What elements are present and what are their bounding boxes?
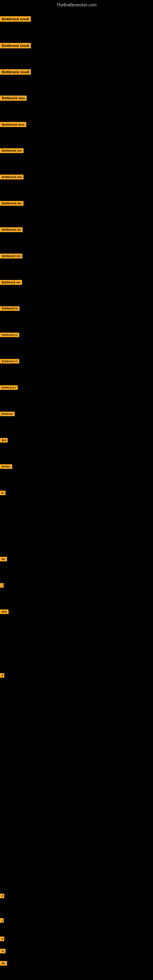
bottleneck-badge-14: Bottleneck re <box>0 359 19 365</box>
badge-label-13: Bottleneck re <box>0 332 19 337</box>
bottleneck-badge-31: E <box>0 894 4 899</box>
bottleneck-badge-12: Bottleneck re <box>0 306 19 312</box>
badge-label-15: Bottleneck r <box>0 385 18 390</box>
badge-label-23: Bott <box>0 609 9 614</box>
badge-label-11: Bottleneck res <box>0 280 22 285</box>
bottleneck-badge-4: Bottleneck resu <box>0 95 27 102</box>
bottleneck-badge-17: Bot <box>0 438 8 444</box>
badge-label-34: B <box>0 949 5 953</box>
bottleneck-badge-2: Bottleneck result <box>0 43 31 49</box>
bottleneck-badge-35: Bo <box>0 961 7 967</box>
badge-label-33: E <box>0 937 4 941</box>
bottleneck-badge-16: Bottlenec <box>0 412 15 417</box>
bottleneck-badge-8: Bottleneck res <box>0 201 24 207</box>
bottleneck-badge-13: Bottleneck re <box>0 332 19 339</box>
bottleneck-badge-33: E <box>0 937 4 942</box>
bottleneck-badge-34: B <box>0 949 5 955</box>
badge-label-17: Bot <box>0 438 8 442</box>
bottleneck-badge-25: E <box>0 673 4 679</box>
badge-label-14: Bottleneck re <box>0 359 19 364</box>
badge-label-5: Bottleneck resu <box>0 122 26 127</box>
bottleneck-badge-15: Bottleneck r <box>0 385 18 391</box>
badge-label-2: Bottleneck result <box>0 43 31 48</box>
bottleneck-badge-18: Bottlen <box>0 464 12 470</box>
bottleneck-badge-5: Bottleneck resu <box>0 122 26 128</box>
bottleneck-badge-22: | <box>0 583 4 589</box>
bottleneck-badge-23: Bott <box>0 609 9 615</box>
badge-label-4: Bottleneck resu <box>0 95 27 101</box>
bottleneck-badge-19: B <box>0 491 5 496</box>
badge-label-9: Bottleneck res <box>0 227 22 232</box>
bottleneck-badge-3: Bottleneck result <box>0 69 31 76</box>
badge-label-12: Bottleneck re <box>0 306 19 311</box>
badge-label-6: Bottleneck res <box>0 148 24 153</box>
site-title: TheBottlenecker.com <box>0 0 153 9</box>
bottleneck-badge-32: | <box>0 918 4 924</box>
badge-label-19: B <box>0 491 5 495</box>
badge-label-25: E <box>0 673 4 678</box>
badge-label-32: | <box>0 918 4 923</box>
bottleneck-badge-21: Bo <box>0 557 7 563</box>
bottleneck-badge-11: Bottleneck res <box>0 280 22 286</box>
bottleneck-badge-7: Bottleneck res <box>0 175 24 181</box>
badge-label-1: Bottleneck result <box>0 16 31 22</box>
badge-label-35: Bo <box>0 961 7 966</box>
badge-label-21: Bo <box>0 557 7 562</box>
badge-label-8: Bottleneck res <box>0 201 24 206</box>
badge-label-10: Bottleneck res <box>0 254 22 258</box>
badge-label-3: Bottleneck result <box>0 69 31 75</box>
bottleneck-badge-6: Bottleneck res <box>0 148 24 154</box>
badge-label-31: E <box>0 894 4 898</box>
badge-label-18: Bottlen <box>0 464 12 469</box>
bottleneck-badge-1: Bottleneck result <box>0 16 31 23</box>
badge-label-22: | <box>0 583 4 588</box>
badge-label-7: Bottleneck res <box>0 175 24 180</box>
bottleneck-badge-10: Bottleneck res <box>0 254 22 260</box>
badge-label-16: Bottlenec <box>0 412 15 416</box>
bottleneck-badge-9: Bottleneck res <box>0 227 22 233</box>
